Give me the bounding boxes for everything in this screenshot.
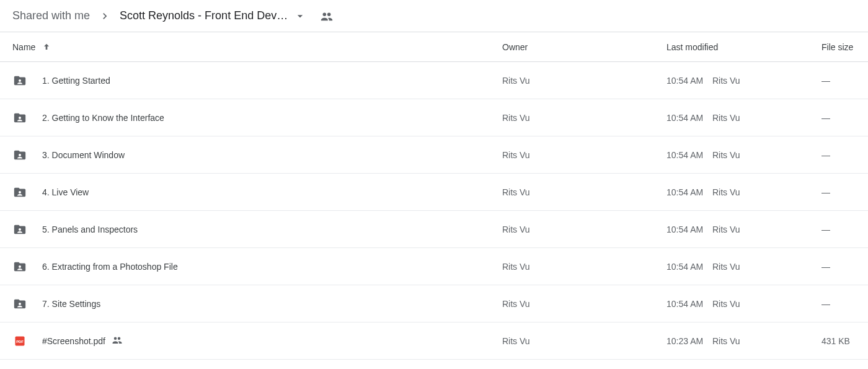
- file-name: 2. Getting to Know the Interface: [42, 113, 164, 123]
- shared-folder-icon: [12, 148, 27, 162]
- file-row[interactable]: 6. Extracting from a Photoshop FileRits …: [0, 248, 868, 285]
- file-name: 5. Panels and Inspectors: [42, 225, 138, 234]
- file-row[interactable]: #Screenshot.pdfRits Vu10:23 AMRits Vu431…: [0, 322, 868, 360]
- file-modified: 10:54 AMRits Vu: [666, 113, 822, 123]
- file-modified: 10:23 AMRits Vu: [666, 336, 822, 346]
- file-modified-by: Rits Vu: [712, 113, 740, 123]
- file-size: —: [822, 113, 856, 123]
- shared-folder-icon: [12, 223, 27, 236]
- shared-folder-icon: [12, 74, 27, 87]
- file-modified-time: 10:54 AM: [666, 262, 712, 272]
- column-headers: Name Owner Last modified File size: [0, 32, 868, 62]
- breadcrumb: Shared with me Scott Reynolds - Front En…: [0, 0, 868, 32]
- col-owner[interactable]: Owner: [502, 42, 666, 52]
- sort-asc-icon: [42, 42, 51, 52]
- file-owner: Rits Vu: [502, 225, 666, 234]
- file-list: 1. Getting StartedRits Vu10:54 AMRits Vu…: [0, 62, 868, 360]
- shared-with-icon[interactable]: [320, 9, 334, 23]
- file-modified: 10:54 AMRits Vu: [666, 299, 822, 309]
- file-modified-by: Rits Vu: [712, 150, 740, 160]
- file-modified: 10:54 AMRits Vu: [666, 187, 822, 197]
- file-modified-by: Rits Vu: [712, 299, 740, 309]
- file-owner: Rits Vu: [502, 262, 666, 272]
- file-size: 431 KB: [822, 336, 856, 346]
- shared-folder-icon: [12, 111, 27, 125]
- file-modified: 10:54 AMRits Vu: [666, 225, 822, 234]
- file-size: —: [822, 225, 856, 234]
- file-modified: 10:54 AMRits Vu: [666, 76, 822, 86]
- file-modified-by: Rits Vu: [712, 187, 740, 197]
- file-row[interactable]: 2. Getting to Know the InterfaceRits Vu1…: [0, 99, 868, 136]
- shared-folder-icon: [12, 185, 27, 199]
- file-size: —: [822, 299, 856, 309]
- file-modified-time: 10:23 AM: [666, 336, 712, 346]
- caret-down-icon: [294, 10, 306, 22]
- file-owner: Rits Vu: [502, 187, 666, 197]
- col-size-label: File size: [822, 42, 853, 52]
- file-modified-by: Rits Vu: [712, 225, 740, 234]
- file-modified-time: 10:54 AM: [666, 113, 712, 123]
- file-name: 7. Site Settings: [42, 299, 100, 309]
- file-row[interactable]: 3. Document WindowRits Vu10:54 AMRits Vu…: [0, 136, 868, 174]
- file-modified-time: 10:54 AM: [666, 150, 712, 160]
- col-size[interactable]: File size: [822, 42, 856, 52]
- pdf-icon: [12, 335, 27, 347]
- shared-badge-icon: [112, 334, 123, 347]
- file-row[interactable]: 5. Panels and InspectorsRits Vu10:54 AMR…: [0, 211, 868, 248]
- file-row[interactable]: 7. Site SettingsRits Vu10:54 AMRits Vu—: [0, 285, 868, 322]
- file-size: —: [822, 150, 856, 160]
- file-owner: Rits Vu: [502, 76, 666, 86]
- file-size: —: [822, 187, 856, 197]
- file-modified-time: 10:54 AM: [666, 187, 712, 197]
- file-owner: Rits Vu: [502, 150, 666, 160]
- shared-folder-icon: [12, 260, 27, 273]
- col-modified-label: Last modified: [666, 42, 718, 52]
- file-modified: 10:54 AMRits Vu: [666, 150, 822, 160]
- file-modified-by: Rits Vu: [712, 76, 740, 86]
- breadcrumb-current[interactable]: Scott Reynolds - Front End Dev…: [120, 9, 306, 22]
- file-modified: 10:54 AMRits Vu: [666, 262, 822, 272]
- file-name: 1. Getting Started: [42, 76, 110, 86]
- breadcrumb-current-label: Scott Reynolds - Front End Dev…: [120, 9, 288, 22]
- file-row[interactable]: 4. Live ViewRits Vu10:54 AMRits Vu—: [0, 174, 868, 211]
- col-name-label: Name: [12, 42, 35, 52]
- file-modified-by: Rits Vu: [712, 262, 740, 272]
- breadcrumb-root[interactable]: Shared with me: [12, 9, 90, 22]
- file-name: 6. Extracting from a Photoshop File: [42, 262, 178, 272]
- col-modified[interactable]: Last modified: [666, 42, 822, 52]
- file-name: 3. Document Window: [42, 150, 125, 160]
- file-name: #Screenshot.pdf: [42, 336, 105, 346]
- col-owner-label: Owner: [502, 42, 528, 52]
- file-owner: Rits Vu: [502, 336, 666, 346]
- file-modified-time: 10:54 AM: [666, 225, 712, 234]
- file-owner: Rits Vu: [502, 113, 666, 123]
- file-owner: Rits Vu: [502, 299, 666, 309]
- file-name: 4. Live View: [42, 187, 89, 197]
- chevron-right-icon: [99, 10, 111, 22]
- shared-folder-icon: [12, 297, 27, 311]
- file-size: —: [822, 76, 856, 86]
- col-name[interactable]: Name: [12, 42, 502, 52]
- file-modified-by: Rits Vu: [712, 336, 740, 346]
- file-row[interactable]: 1. Getting StartedRits Vu10:54 AMRits Vu…: [0, 62, 868, 99]
- file-modified-time: 10:54 AM: [666, 299, 712, 309]
- file-size: —: [822, 262, 856, 272]
- file-modified-time: 10:54 AM: [666, 76, 712, 86]
